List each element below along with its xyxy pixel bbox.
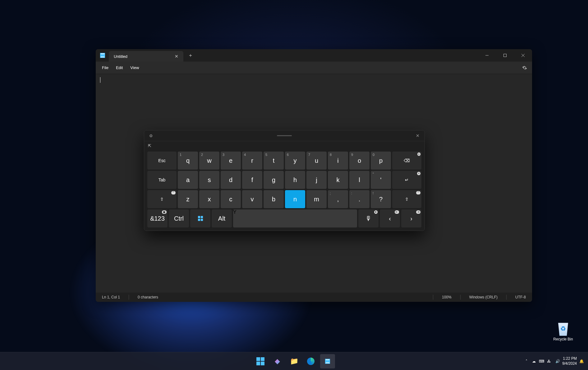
key-q[interactable]: q1	[178, 152, 198, 170]
taskbar-edge[interactable]	[303, 354, 318, 368]
key-f[interactable]: f	[242, 171, 262, 189]
statusbar: Ln 1, Col 1 0 characters 100% Windows (C…	[96, 293, 532, 302]
taskbar: ◆ 📁 ˄ ☁ ⌨ 🖧 🔊 1:22 PM 9/4/2024 🔔	[0, 352, 588, 370]
key-d[interactable]: d	[221, 171, 241, 189]
gear-icon	[522, 65, 527, 70]
status-encoding[interactable]: UTF-8	[515, 295, 526, 299]
touch-keyboard: ⚙ ✕ ⇱ Escq1w2e3r4t5y6u7i8o9p0⌫xTabasdfgh…	[144, 130, 425, 231]
osk-close-button[interactable]: ✕	[414, 132, 421, 139]
recycle-bin-glyph	[557, 321, 570, 336]
key-tab[interactable]: Tab	[147, 171, 177, 189]
key-e[interactable]: e3	[221, 152, 241, 170]
key-i[interactable]: i8	[328, 152, 348, 170]
key-m[interactable]: m	[306, 190, 327, 208]
key-s[interactable]: s	[199, 171, 219, 189]
status-zoom[interactable]: 100%	[442, 295, 452, 299]
taskbar-center: ◆ 📁	[253, 354, 335, 368]
key-a[interactable]: a	[178, 171, 198, 189]
key-l[interactable]: l	[349, 171, 370, 189]
key-t[interactable]: t5	[264, 152, 284, 170]
key-[interactable]: ⌫x	[392, 152, 421, 170]
menu-view[interactable]: View	[126, 63, 143, 72]
tray-chevron-up-icon[interactable]: ˄	[524, 358, 529, 364]
settings-button[interactable]	[520, 63, 530, 73]
key-[interactable]: ⇧⌃	[392, 190, 421, 208]
osk-popout-button[interactable]: ⇱	[148, 143, 151, 148]
key-[interactable]: ,;	[328, 190, 348, 208]
key-h[interactable]: h	[285, 171, 305, 189]
text-caret	[100, 77, 100, 83]
titlebar[interactable]: Untitled ✕ ＋	[96, 49, 532, 62]
key-y[interactable]: y6	[285, 152, 305, 170]
status-line-ending[interactable]: Windows (CRLF)	[469, 295, 498, 299]
notepad-icon	[325, 359, 330, 364]
taskbar-date: 9/4/2024	[562, 361, 577, 366]
key-[interactable]: ›⇥	[401, 209, 421, 227]
key-space[interactable]: Y	[233, 209, 357, 227]
volume-icon: 🔊	[555, 358, 560, 364]
key-[interactable]: .:	[349, 190, 370, 208]
osk-suggestion-bar: ⇱	[144, 141, 425, 150]
taskbar-right: ˄ ☁ ⌨ 🖧 🔊 1:22 PM 9/4/2024 🔔	[524, 356, 588, 366]
status-cursor-position: Ln 1, Col 1	[102, 295, 120, 299]
maximize-button[interactable]	[496, 49, 514, 62]
key-[interactable]: '"	[371, 171, 391, 189]
recycle-bin-label: Recycle Bin	[550, 337, 576, 341]
key-b[interactable]: b	[264, 190, 284, 208]
tab-title: Untitled	[114, 54, 172, 59]
taskbar-clock[interactable]: 1:22 PM 9/4/2024	[562, 356, 577, 366]
new-tab-button[interactable]: ＋	[185, 50, 196, 61]
status-char-count: 0 characters	[138, 295, 158, 299]
svg-rect-1	[504, 54, 507, 57]
taskbar-time: 1:22 PM	[562, 356, 577, 361]
taskbar-file-explorer[interactable]: 📁	[287, 354, 301, 368]
key-u[interactable]: u7	[306, 152, 327, 170]
edge-icon	[307, 358, 315, 365]
key-[interactable]: ‹⇤	[380, 209, 400, 227]
menubar: File Edit View	[96, 62, 532, 74]
osk-drag-handle[interactable]	[277, 135, 292, 136]
notepad-app-icon	[100, 53, 105, 58]
menu-file[interactable]: File	[98, 63, 112, 72]
copilot-icon: ◆	[275, 357, 280, 365]
key-[interactable]: ⇧⌃	[147, 190, 177, 208]
key-ctrl[interactable]: Ctrl	[169, 209, 189, 227]
osk-titlebar[interactable]: ⚙ ✕	[144, 130, 425, 141]
windows-logo-icon	[198, 216, 203, 221]
document-tab[interactable]: Untitled ✕	[109, 51, 183, 62]
key-k[interactable]: k	[328, 171, 348, 189]
key-p[interactable]: p0	[371, 152, 391, 170]
tab-close-button[interactable]: ✕	[172, 52, 181, 61]
start-button[interactable]	[253, 354, 268, 368]
menu-edit[interactable]: Edit	[112, 63, 126, 72]
key-v[interactable]: v	[242, 190, 262, 208]
window-controls	[478, 49, 532, 62]
key-c[interactable]: c	[221, 190, 241, 208]
key-o[interactable]: o9	[349, 152, 370, 170]
key-x[interactable]: x	[199, 190, 219, 208]
key-windows[interactable]	[190, 209, 210, 227]
osk-settings-button[interactable]: ⚙	[147, 132, 155, 139]
recycle-bin-icon[interactable]: Recycle Bin	[550, 321, 576, 341]
key-w[interactable]: w2	[199, 152, 219, 170]
key-esc[interactable]: Esc	[147, 152, 177, 170]
key-r[interactable]: r4	[242, 152, 262, 170]
key-z[interactable]: z	[178, 190, 198, 208]
tray-onedrive-icon[interactable]: ☁	[531, 358, 537, 364]
key-[interactable]: ↵≡	[392, 171, 421, 189]
tray-keyboard-icon[interactable]: ⌨	[539, 358, 544, 364]
key-[interactable]: 🎙●	[358, 209, 379, 227]
taskbar-copilot[interactable]: ◆	[270, 354, 285, 368]
minimize-button[interactable]	[478, 49, 496, 62]
notifications-icon[interactable]: 🔔	[579, 358, 584, 364]
taskbar-notepad[interactable]	[320, 354, 335, 368]
key-g[interactable]: g	[264, 171, 284, 189]
key-alt[interactable]: Alt	[212, 209, 232, 227]
folder-icon: 📁	[290, 357, 298, 365]
key-[interactable]: ?!	[371, 190, 391, 208]
tray-system[interactable]: 🖧 🔊	[546, 358, 560, 364]
key-j[interactable]: j	[306, 171, 327, 189]
close-button[interactable]	[514, 49, 532, 62]
key-n[interactable]: n	[285, 190, 305, 208]
key-123[interactable]: &123▣	[147, 209, 168, 227]
